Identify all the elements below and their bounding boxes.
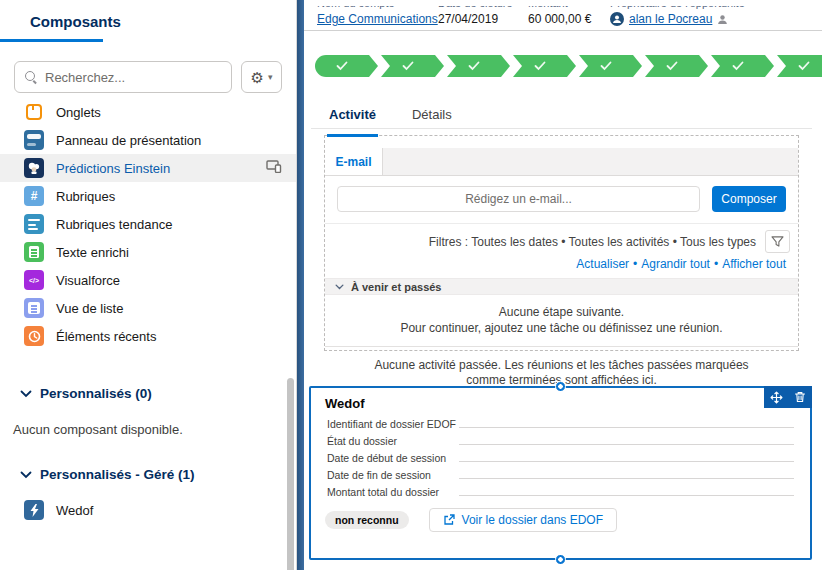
tab-email[interactable]: E-mail (325, 148, 383, 175)
move-button[interactable] (764, 386, 788, 408)
path-step[interactable] (447, 55, 501, 77)
path-step[interactable] (645, 55, 699, 77)
search-box[interactable] (14, 61, 232, 93)
sidebar-item-panneau-presentation[interactable]: Panneau de présentation (0, 126, 296, 154)
filter-icon (771, 236, 784, 247)
field-value: 27/04/2019 (438, 12, 528, 26)
activity-subtabs: E-mail (325, 148, 798, 176)
refresh-link[interactable]: Actualiser (576, 257, 629, 271)
change-owner-icon[interactable] (717, 14, 728, 25)
composer-button[interactable]: Composer (712, 186, 786, 212)
move-icon (770, 391, 783, 404)
highlights-panel-icon (24, 130, 44, 150)
path-step[interactable] (315, 55, 369, 77)
record-header-component[interactable]: Nom du compte Edge Communications Date d… (304, 0, 822, 30)
wedof-field-row: Identifiant de dossier EDOF (311, 418, 810, 430)
empty-line-1: Aucune étape suivante. (335, 304, 788, 320)
item-label: Panneau de présentation (56, 133, 201, 148)
component-toolbar (764, 386, 812, 408)
section-personnalises-gere[interactable]: Personnalisés - Géré (1) (20, 467, 296, 482)
compose-email-input[interactable] (337, 186, 700, 212)
separator: • (633, 257, 637, 271)
account-link[interactable]: Edge Communications (317, 12, 438, 26)
components-sidebar: Composants ⚙ ▾ Onglets Panneau de présen… (0, 0, 297, 570)
trash-icon (794, 391, 806, 403)
field-value: 60 000,00 € (528, 12, 610, 26)
view-all-link[interactable]: Afficher tout (722, 257, 786, 271)
insert-handle-top[interactable] (555, 381, 566, 392)
sidebar-item-elements-recents[interactable]: Éléments récents (0, 322, 296, 350)
check-icon (468, 61, 480, 71)
wedof-field-row: État du dossier (311, 435, 810, 447)
avatar (610, 12, 624, 26)
header-field-amount: Montant 60 000,00 € (528, 0, 610, 30)
activity-timeline-component[interactable]: E-mail Composer Filtres : Toutes les dat… (324, 135, 799, 351)
check-icon (798, 61, 810, 71)
view-in-edof-button[interactable]: Voir le dossier dans EDOF (429, 508, 617, 532)
search-icon (25, 71, 37, 83)
sidebar-item-predictions-einstein[interactable]: Prédictions Einstein (0, 154, 296, 182)
sidebar-tab-underline (0, 39, 103, 42)
item-label: Visualforce (56, 273, 120, 288)
item-label: Éléments récents (56, 329, 156, 344)
header-field-owner: Propriétaire de l'opportunité alan le Po… (610, 0, 822, 30)
sidebar-item-rubriques-tendance[interactable]: Rubriques tendance (0, 210, 296, 238)
no-next-steps-message: Aucune étape suivante. Pour continuer, a… (325, 295, 798, 347)
sidebar-item-vue-de-liste[interactable]: Vue de liste (0, 294, 296, 322)
wedof-field-row: Montant total du dossier (311, 486, 810, 498)
field-label: Date de début de session (327, 452, 459, 464)
caret-down-icon: ▾ (268, 72, 273, 82)
topics-icon: # (24, 186, 44, 206)
sidebar-item-texte-enrichi[interactable]: Texte enrichi (0, 238, 296, 266)
empty-field-value (459, 486, 794, 496)
section-title: Personnalisés (0) (40, 386, 152, 401)
wedof-component-selected[interactable]: Wedof Identifiant de dossier EDOF État d… (309, 386, 812, 560)
search-input[interactable] (45, 70, 221, 85)
owner-link[interactable]: alan le Pocreau (629, 12, 712, 26)
upcoming-overdue-section[interactable]: À venir et passés (325, 278, 798, 295)
field-label: Date de clôture (438, 6, 528, 9)
gear-icon: ⚙ (251, 70, 264, 85)
insert-handle-bottom[interactable] (555, 554, 566, 565)
empty-line-2: Pour continuer, ajoutez une tâche ou déf… (335, 320, 788, 336)
sidebar-item-visualforce[interactable]: </> Visualforce (0, 266, 296, 294)
filter-button[interactable] (765, 230, 790, 253)
filters-summary: Filtres : Toutes les dates • Toutes les … (429, 235, 756, 249)
settings-button[interactable]: ⚙ ▾ (241, 61, 282, 93)
path-step[interactable] (777, 55, 822, 77)
item-label: Rubriques (56, 189, 115, 204)
path-step[interactable] (579, 55, 633, 77)
field-label: État du dossier (327, 435, 459, 447)
path-step[interactable] (381, 55, 435, 77)
desktop-phone-icon (266, 159, 282, 177)
canvas-left-edge (297, 0, 304, 570)
expand-all-link[interactable]: Agrandir tout (641, 257, 710, 271)
empty-section-text: Aucun composant disponible. (13, 422, 296, 437)
tabs-component[interactable]: Activité Détails E-mail Composer Filtres… (311, 98, 812, 360)
sidebar-item-onglets[interactable]: Onglets (0, 103, 296, 126)
empty-field-value (459, 469, 794, 479)
item-label: Texte enrichi (56, 245, 129, 260)
empty-field-value (459, 435, 794, 445)
sidebar-title: Composants (30, 13, 296, 30)
sidebar-item-rubriques[interactable]: # Rubriques (0, 182, 296, 210)
trending-topics-icon (24, 214, 44, 234)
sidebar-scrollbar[interactable] (287, 378, 294, 570)
check-icon (402, 61, 414, 71)
field-label: Nom du compte (317, 6, 438, 9)
sidebar-item-wedof[interactable]: Wedof (0, 496, 296, 524)
path-step[interactable] (513, 55, 567, 77)
delete-button[interactable] (788, 386, 812, 408)
path-component[interactable] (307, 52, 822, 80)
einstein-icon (24, 158, 44, 178)
button-label: Voir le dossier dans EDOF (462, 513, 603, 527)
list-view-icon (24, 298, 44, 318)
wedof-footer: non reconnu Voir le dossier dans EDOF (311, 498, 810, 532)
tab-activite[interactable]: Activité (329, 107, 376, 128)
check-icon (666, 61, 678, 71)
path-step[interactable] (711, 55, 765, 77)
section-personnalises[interactable]: Personnalisés (0) (20, 386, 296, 401)
tab-details[interactable]: Détails (412, 107, 452, 128)
chevron-down-icon (20, 471, 32, 479)
sidebar-search-row: ⚙ ▾ (14, 61, 282, 93)
